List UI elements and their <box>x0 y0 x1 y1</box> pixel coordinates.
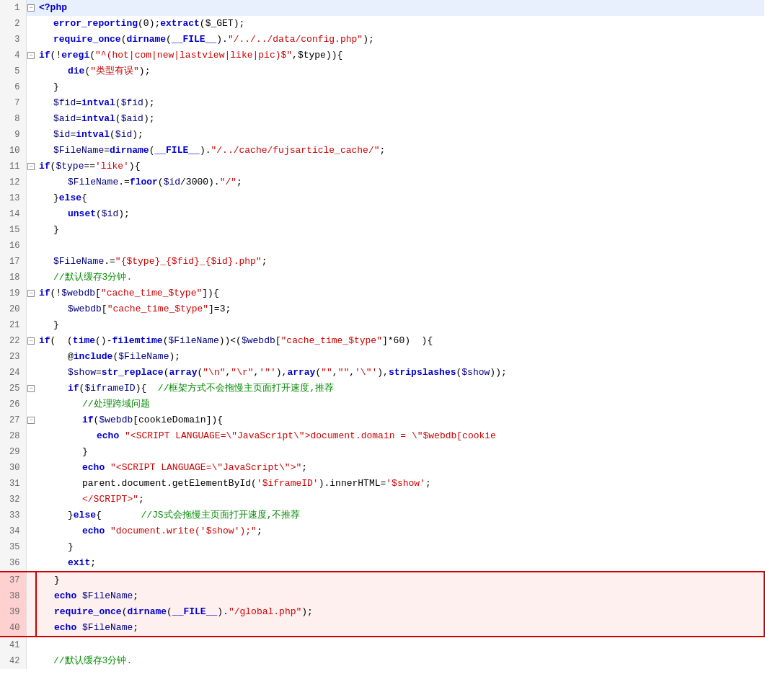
fold-gutter[interactable] <box>26 588 36 604</box>
fold-gutter[interactable]: − <box>26 381 36 396</box>
fold-gutter[interactable] <box>26 444 36 460</box>
code-line: die("类型有误"); <box>36 63 764 79</box>
code-content: $FileName.=floor($id/3000)."/"; <box>68 177 242 187</box>
fold-gutter[interactable] <box>26 508 36 523</box>
fold-gutter[interactable] <box>26 604 36 620</box>
fold-gutter[interactable]: − <box>26 285 36 301</box>
table-row: 29 } <box>0 444 764 460</box>
fold-minus-icon[interactable]: − <box>27 163 35 170</box>
line-number: 28 <box>0 428 26 444</box>
line-number: 17 <box>0 254 26 270</box>
fold-gutter[interactable] <box>26 32 36 48</box>
line-number: 42 <box>0 653 26 669</box>
code-content: echo $FileName; <box>54 590 138 601</box>
fold-gutter[interactable] <box>26 270 36 285</box>
fold-gutter[interactable] <box>26 539 36 555</box>
table-row: 32 </SCRIPT>"; <box>0 492 764 508</box>
fold-minus-icon[interactable]: − <box>27 337 35 345</box>
fold-gutter[interactable]: − <box>26 412 36 428</box>
fold-gutter[interactable] <box>26 492 36 508</box>
fold-gutter[interactable] <box>26 127 36 143</box>
fold-gutter[interactable] <box>26 555 36 572</box>
code-line: }else{ <box>36 190 764 206</box>
line-number: 19 <box>0 285 26 301</box>
fold-gutter[interactable]: − <box>26 0 36 16</box>
fold-minus-icon[interactable]: − <box>27 52 35 59</box>
fold-gutter[interactable] <box>26 653 36 669</box>
fold-gutter[interactable] <box>26 95 36 111</box>
fold-gutter[interactable] <box>26 637 36 653</box>
code-content: $FileName.="{$type}_{$fid}_{$id}.php"; <box>53 256 267 267</box>
fold-gutter[interactable] <box>26 317 36 333</box>
code-content: if($type=='like'){ <box>39 161 140 172</box>
table-row: 17 $FileName.="{$type}_{$fid}_{$id}.php"… <box>0 254 764 270</box>
table-row: 13 }else{ <box>0 190 764 206</box>
code-content: } <box>53 224 59 235</box>
fold-gutter[interactable] <box>26 222 36 238</box>
fold-gutter[interactable] <box>26 301 36 317</box>
table-row: 39 require_once(dirname(__FILE__)."/glob… <box>0 604 764 620</box>
table-row: 18 //默认缓存3分钟. <box>0 270 764 285</box>
code-content: @include($FileName); <box>68 351 180 362</box>
code-line: echo $FileName; <box>36 620 764 637</box>
code-line <box>36 238 764 254</box>
fold-gutter[interactable] <box>26 254 36 270</box>
fold-gutter[interactable] <box>26 238 36 254</box>
fold-gutter[interactable] <box>26 523 36 539</box>
code-line: unset($id); <box>36 206 764 222</box>
fold-gutter[interactable] <box>26 79 36 95</box>
table-row: 25−if($iframeID){ //框架方式不会拖慢主页面打开速度,推荐 <box>0 381 764 396</box>
fold-gutter[interactable] <box>26 572 36 588</box>
code-line: $webdb["cache_time_$type"]=3; <box>36 301 764 317</box>
table-row: 3 require_once(dirname(__FILE__)."/../..… <box>0 32 764 48</box>
fold-gutter[interactable]: − <box>26 159 36 174</box>
code-content: $FileName=dirname(__FILE__)."/../cache/f… <box>53 145 385 156</box>
code-line: require_once(dirname(__FILE__)."/global.… <box>36 604 764 620</box>
fold-gutter[interactable] <box>26 143 36 159</box>
code-content: $webdb["cache_time_$type"]=3; <box>68 304 231 314</box>
fold-minus-icon[interactable]: − <box>27 385 35 392</box>
fold-gutter[interactable] <box>26 476 36 492</box>
table-row: 38 echo $FileName; <box>0 588 764 604</box>
code-line: $fid=intval($fid); <box>36 95 764 111</box>
fold-gutter[interactable] <box>26 460 36 476</box>
fold-gutter[interactable]: − <box>26 48 36 63</box>
line-number: 29 <box>0 444 26 460</box>
fold-gutter[interactable] <box>26 620 36 637</box>
line-number: 22 <box>0 333 26 349</box>
line-number: 2 <box>0 16 26 32</box>
table-row: 31 parent.document.getElementById('$ifra… <box>0 476 764 492</box>
code-line: }else{ //JS式会拖慢主页面打开速度,不推荐 <box>36 508 764 523</box>
code-content: }else{ <box>53 192 87 203</box>
code-content: echo "document.write('$show');"; <box>82 526 262 536</box>
code-line: @include($FileName); <box>36 349 764 365</box>
line-number: 27 <box>0 412 26 428</box>
code-content: if($iframeID){ //框架方式不会拖慢主页面打开速度,推荐 <box>68 383 334 394</box>
fold-gutter[interactable] <box>26 174 36 190</box>
table-row: 5 die("类型有误"); <box>0 63 764 79</box>
fold-gutter[interactable] <box>26 16 36 32</box>
table-row: 8 $aid=intval($aid); <box>0 111 764 127</box>
fold-gutter[interactable] <box>26 63 36 79</box>
code-content: $fid=intval($fid); <box>53 97 154 108</box>
fold-minus-icon[interactable]: − <box>27 290 35 297</box>
table-row: 27−if($webdb[cookieDomain]){ <box>0 412 764 428</box>
fold-gutter[interactable] <box>26 396 36 412</box>
table-row: 24 $show=str_replace(array("\n","\r",'"'… <box>0 365 764 381</box>
fold-gutter[interactable] <box>26 190 36 206</box>
fold-gutter[interactable] <box>26 206 36 222</box>
code-line: error_reporting(0);extract($_GET); <box>36 16 764 32</box>
fold-minus-icon[interactable]: − <box>27 4 35 12</box>
fold-gutter[interactable] <box>26 365 36 381</box>
fold-gutter[interactable] <box>26 111 36 127</box>
fold-gutter[interactable] <box>26 428 36 444</box>
line-number: 16 <box>0 238 26 254</box>
line-number: 41 <box>0 637 26 653</box>
code-content: }else{ //JS式会拖慢主页面打开速度,不推荐 <box>68 510 300 520</box>
fold-gutter[interactable] <box>26 349 36 365</box>
fold-gutter[interactable]: − <box>26 333 36 349</box>
fold-minus-icon[interactable]: − <box>27 417 35 424</box>
code-content: echo $FileName; <box>54 622 138 633</box>
code-line: if(!eregi("^(hot|com|new|lastview|like|p… <box>36 48 764 63</box>
code-content: parent.document.getElementById('$iframeI… <box>82 478 431 489</box>
